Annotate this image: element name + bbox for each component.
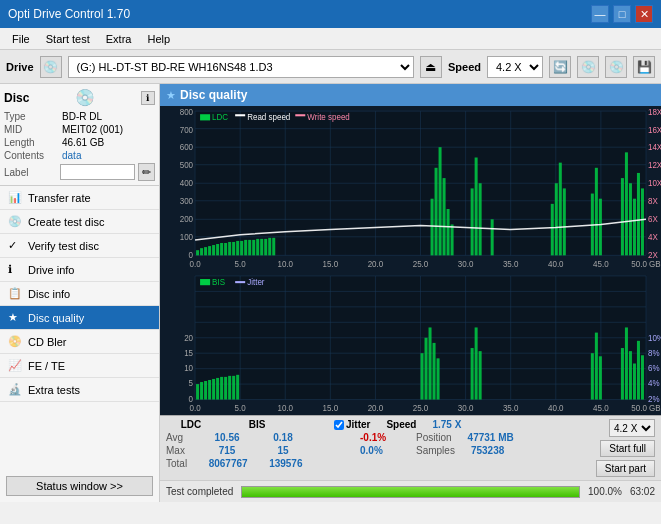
- svg-rect-82: [555, 183, 558, 255]
- type-value: BD-R DL: [62, 111, 102, 122]
- svg-rect-90: [629, 183, 632, 255]
- drive-select[interactable]: (G:) HL-DT-ST BD-RE WH16NS48 1.D3: [68, 56, 414, 78]
- svg-rect-66: [256, 239, 259, 255]
- samples-label: Samples: [416, 445, 455, 456]
- svg-rect-81: [551, 204, 554, 256]
- svg-text:5: 5: [189, 379, 194, 388]
- svg-text:Jitter: Jitter: [247, 278, 265, 287]
- menu-start-test[interactable]: Start test: [38, 31, 98, 47]
- svg-rect-143: [200, 382, 203, 400]
- progress-fill: [242, 487, 579, 497]
- quality-star-icon: ★: [166, 89, 176, 102]
- svg-rect-69: [268, 238, 271, 256]
- svg-text:50.0 GB: 50.0 GB: [631, 404, 660, 413]
- svg-rect-59: [228, 242, 231, 255]
- disc-button1[interactable]: 💿: [577, 56, 599, 78]
- label-key: Label: [4, 167, 57, 178]
- svg-rect-77: [471, 188, 474, 255]
- nav-fe-te[interactable]: 📈 FE / TE: [0, 354, 159, 378]
- nav-cd-bler[interactable]: 📀 CD Bler: [0, 330, 159, 354]
- menu-extra[interactable]: Extra: [98, 31, 140, 47]
- menu-help[interactable]: Help: [139, 31, 178, 47]
- position-label: Position: [416, 432, 452, 443]
- transfer-rate-icon: 📊: [8, 191, 22, 204]
- window-controls: — □ ✕: [591, 5, 653, 23]
- nav-extra-tests-label: Extra tests: [28, 384, 80, 396]
- svg-text:10%: 10%: [648, 334, 661, 343]
- svg-rect-148: [220, 377, 223, 400]
- svg-rect-165: [625, 327, 628, 399]
- minimize-button[interactable]: —: [591, 5, 609, 23]
- length-value: 46.61 GB: [62, 137, 104, 148]
- svg-text:0.0: 0.0: [190, 260, 202, 269]
- refresh-button[interactable]: 🔄: [549, 56, 571, 78]
- svg-rect-54: [208, 246, 211, 255]
- nav-items: 📊 Transfer rate 💿 Create test disc ✓ Ver…: [0, 186, 159, 402]
- time-display: 63:02: [630, 486, 655, 497]
- svg-rect-142: [196, 384, 199, 399]
- save-button[interactable]: 💾: [633, 56, 655, 78]
- cd-bler-icon: 📀: [8, 335, 22, 348]
- svg-rect-157: [437, 358, 440, 399]
- jitter-header: Jitter: [346, 419, 370, 430]
- svg-text:30.0: 30.0: [458, 404, 474, 413]
- svg-rect-62: [240, 241, 243, 255]
- svg-text:10: 10: [184, 364, 193, 373]
- svg-rect-78: [475, 158, 478, 256]
- svg-rect-61: [236, 241, 239, 255]
- nav-drive-info[interactable]: ℹ Drive info: [0, 258, 159, 282]
- svg-rect-159: [475, 327, 478, 399]
- drivebar: Drive 💿 (G:) HL-DT-ST BD-RE WH16NS48 1.D…: [0, 50, 661, 84]
- status-window-button[interactable]: Status window >>: [6, 476, 153, 496]
- nav-disc-quality[interactable]: ★ Disc quality: [0, 306, 159, 330]
- label-input[interactable]: [60, 164, 135, 180]
- disc-info-nav-icon: 📋: [8, 287, 22, 300]
- label-edit-button[interactable]: ✏: [138, 163, 155, 181]
- svg-text:5.0: 5.0: [235, 260, 247, 269]
- svg-rect-151: [232, 376, 235, 400]
- svg-rect-71: [431, 199, 434, 256]
- svg-text:30.0: 30.0: [458, 260, 474, 269]
- nav-disc-info-label: Disc info: [28, 288, 70, 300]
- mid-value: MEIT02 (001): [62, 124, 123, 135]
- menu-file[interactable]: File: [4, 31, 38, 47]
- svg-rect-150: [228, 376, 231, 400]
- speed-select-stats[interactable]: 4.2 X: [609, 419, 655, 437]
- close-button[interactable]: ✕: [635, 5, 653, 23]
- progress-track: [241, 486, 580, 498]
- svg-rect-76: [451, 224, 454, 255]
- speed-select[interactable]: 4.2 X: [487, 56, 543, 78]
- start-part-button[interactable]: Start part: [596, 460, 655, 477]
- disc-info-icon[interactable]: ℹ: [141, 91, 155, 105]
- progress-pct: 100.0%: [588, 486, 622, 497]
- svg-text:16X: 16X: [648, 126, 661, 135]
- svg-rect-65: [252, 240, 255, 255]
- nav-verify-test-disc[interactable]: ✓ Verify test disc: [0, 234, 159, 258]
- disc-button2[interactable]: 💿: [605, 56, 627, 78]
- main-content: Disc 💿 ℹ Type BD-R DL MID MEIT02 (001) L…: [0, 84, 661, 502]
- nav-disc-info[interactable]: 📋 Disc info: [0, 282, 159, 306]
- svg-text:300: 300: [180, 197, 194, 206]
- max-ldc: 715: [202, 445, 252, 456]
- svg-text:100: 100: [180, 233, 194, 242]
- bis-header: BIS: [232, 419, 282, 430]
- svg-text:600: 600: [180, 143, 194, 152]
- svg-rect-164: [621, 348, 624, 400]
- svg-rect-91: [633, 199, 636, 256]
- maximize-button[interactable]: □: [613, 5, 631, 23]
- svg-rect-58: [224, 243, 227, 255]
- svg-rect-169: [641, 355, 644, 399]
- menubar: File Start test Extra Help: [0, 28, 661, 50]
- jitter-checkbox[interactable]: [334, 420, 344, 430]
- bottom-stats: LDC BIS Jitter Speed 1.75 X Avg 10.56: [160, 415, 661, 480]
- nav-extra-tests[interactable]: 🔬 Extra tests: [0, 378, 159, 402]
- nav-transfer-rate[interactable]: 📊 Transfer rate: [0, 186, 159, 210]
- start-full-button[interactable]: Start full: [600, 440, 655, 457]
- disc-panel: Disc 💿 ℹ Type BD-R DL MID MEIT02 (001) L…: [0, 84, 159, 186]
- eject-button[interactable]: ⏏: [420, 56, 442, 78]
- max-label: Max: [166, 445, 186, 456]
- svg-rect-158: [471, 348, 474, 400]
- nav-create-test-disc[interactable]: 💿 Create test disc: [0, 210, 159, 234]
- svg-rect-55: [212, 245, 215, 255]
- nav-transfer-rate-label: Transfer rate: [28, 192, 91, 204]
